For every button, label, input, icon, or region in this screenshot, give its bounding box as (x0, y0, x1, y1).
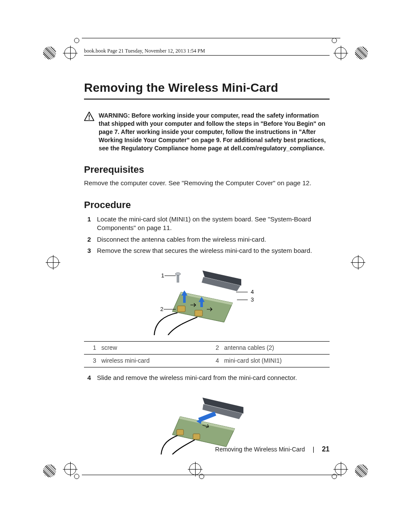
procedure-steps-cont: 4 Slide and remove the wireless mini-car… (84, 373, 330, 382)
callout-3: 3 (251, 296, 254, 303)
step-2: 2 Disconnect the antenna cables from the… (84, 235, 330, 244)
legend-num: 4 (207, 354, 221, 367)
page-footer: Removing the Wireless Mini-Card | 21 (84, 445, 330, 454)
callout-1: 1 (161, 272, 164, 279)
figure-minicard-callouts: 1 2 4 3 (151, 262, 263, 335)
step-1: 1 Locate the mini-card slot (MINI1) on t… (84, 215, 330, 233)
svg-rect-10 (177, 429, 184, 435)
legend-label: antenna cables (2) (221, 342, 330, 355)
hatch-mark (355, 464, 368, 477)
step-number: 4 (84, 373, 91, 382)
registration-dot (74, 474, 79, 479)
svg-rect-2 (177, 306, 185, 312)
callout-legend: 1 screw 2 antenna cables (2) 3 wireless … (84, 341, 330, 367)
step-number: 3 (84, 246, 91, 255)
registration-dot (199, 474, 204, 479)
legend-row: 1 screw 2 antenna cables (2) (84, 342, 330, 355)
registration-mark (47, 257, 59, 268)
step-number: 1 (84, 215, 91, 233)
warning-body: Before working inside your computer, rea… (99, 112, 326, 152)
warning-label: WARNING: (99, 112, 131, 119)
prerequisites-text: Remove the computer cover. See "Removing… (84, 179, 330, 187)
warning-block: WARNING: Before working inside your comp… (84, 112, 330, 152)
page-title: Removing the Wireless Mini-Card (84, 80, 330, 100)
callout-4: 4 (251, 289, 254, 295)
legend-label: wireless mini-card (99, 354, 207, 367)
legend-label: screw (99, 342, 207, 355)
hatch-mark (43, 464, 56, 477)
svg-point-1 (89, 118, 90, 120)
step-number: 2 (84, 235, 91, 244)
svg-rect-11 (193, 434, 200, 439)
legend-num: 2 (207, 342, 221, 355)
registration-dot (332, 474, 337, 479)
footer-separator: | (313, 445, 314, 454)
step-4: 4 Slide and remove the wireless mini-car… (84, 373, 330, 382)
registration-dot (74, 38, 79, 43)
step-text: Locate the mini-card slot (MINI1) on the… (97, 215, 330, 233)
legend-num: 1 (84, 342, 99, 355)
step-text: Disconnect the antenna cables from the w… (97, 235, 266, 244)
hatch-mark (355, 47, 368, 59)
legend-label: mini-card slot (MINI1) (221, 354, 330, 367)
warning-icon (84, 112, 94, 121)
footer-title: Removing the Wireless Mini-Card (215, 446, 305, 453)
step-text: Slide and remove the wireless mini-card … (97, 373, 297, 382)
registration-mark (65, 464, 76, 475)
svg-rect-3 (195, 310, 202, 316)
step-3: 3 Remove the screw that secures the wire… (84, 246, 330, 255)
registration-mark (335, 464, 346, 475)
procedure-heading: Procedure (84, 199, 330, 212)
callout-2: 2 (160, 306, 163, 312)
legend-row: 3 wireless mini-card 4 mini-card slot (M… (84, 354, 330, 367)
crop-line-bottom (82, 475, 340, 475)
running-head: book.book Page 21 Tuesday, November 12, … (84, 47, 330, 56)
warning-text: WARNING: Before working inside your comp… (99, 112, 330, 152)
svg-rect-4 (177, 275, 179, 283)
crop-line-top (82, 38, 340, 38)
page-number: 21 (322, 445, 330, 453)
procedure-steps: 1 Locate the mini-card slot (MINI1) on t… (84, 215, 330, 255)
registration-mark (352, 257, 364, 268)
step-text: Remove the screw that secures the wirele… (97, 246, 312, 255)
registration-dot (332, 38, 337, 43)
page: book.book Page 21 Tuesday, November 12, … (0, 0, 411, 532)
legend-num: 3 (84, 354, 99, 367)
registration-mark (190, 464, 201, 475)
registration-mark (65, 47, 76, 59)
content-area: book.book Page 21 Tuesday, November 12, … (84, 47, 330, 454)
svg-point-5 (175, 273, 181, 275)
hatch-mark (43, 47, 56, 59)
prerequisites-heading: Prerequisites (84, 163, 330, 176)
registration-mark (335, 47, 346, 59)
